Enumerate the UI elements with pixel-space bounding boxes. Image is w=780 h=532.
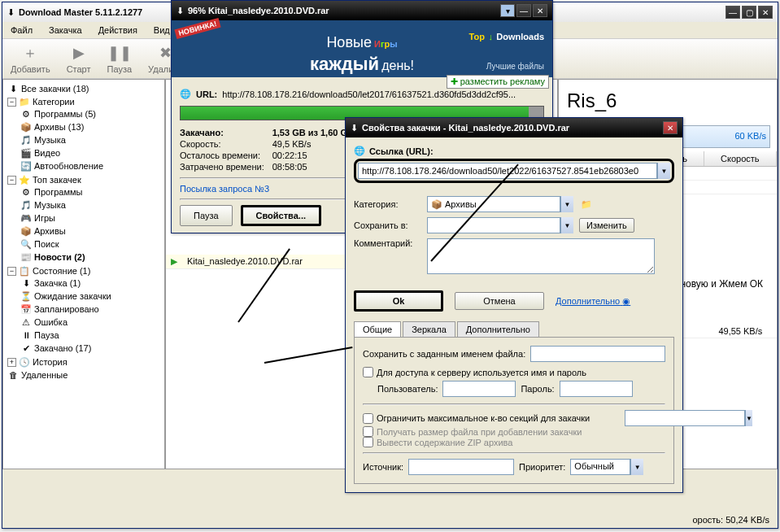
maximize-button[interactable]: ▢ (742, 6, 756, 19)
tree-t-search[interactable]: Поиск (34, 239, 59, 249)
tree-archives[interactable]: Архивы (13) (34, 122, 84, 132)
folder-icon[interactable]: 📁 (581, 199, 592, 209)
priority-select[interactable]: Обычный ▼ (570, 459, 643, 475)
tab-general[interactable]: Общие (354, 321, 401, 337)
pass-label: Пароль: (521, 384, 554, 394)
tree-s-error[interactable]: Ошибка (34, 317, 68, 327)
add-button[interactable]: ＋Добавить (7, 41, 54, 76)
timeleft-label: Осталось времени: (180, 150, 272, 161)
collapse-icon[interactable]: − (7, 176, 16, 185)
ad-place-button[interactable]: ✚ разместить рекламу (447, 75, 549, 89)
pause-button[interactable]: Пауза (180, 205, 233, 226)
extra-button[interactable]: ▾ (500, 4, 515, 17)
tree-deleted[interactable]: Удаленные (21, 370, 68, 380)
close-button[interactable]: ✕ (663, 121, 678, 134)
savename-field[interactable] (530, 346, 665, 362)
tree-t-news[interactable]: Новости (2) (34, 252, 85, 262)
more-link[interactable]: Дополнительно ◉ (556, 296, 630, 307)
tree-categories[interactable]: Категории (33, 97, 75, 107)
category-select[interactable]: 📦Архивы ▼ (427, 196, 573, 212)
tree-s-done[interactable]: Закачано (17) (34, 343, 91, 353)
ok-button[interactable]: Ok (354, 290, 443, 312)
waiting-icon: ⏳ (20, 290, 32, 302)
tree-s-downloading[interactable]: Закачка (1) (34, 278, 81, 288)
tree-s-waiting[interactable]: Ожидание закачки (34, 291, 111, 301)
savein-label: Сохранить в: (354, 217, 427, 233)
tab-advanced[interactable]: Дополнительно (457, 321, 539, 337)
auth-checkbox[interactable]: Для доступа к серверу используется имя и… (363, 367, 665, 377)
start-button[interactable]: ▶Старт (63, 41, 94, 76)
limit-checkbox[interactable]: Ограничить максимальное к-во секций для … (363, 413, 621, 424)
url-input[interactable]: ▼ (358, 163, 670, 179)
download-icon: ⬇ (7, 83, 19, 94)
error-icon: ⚠ (20, 316, 32, 328)
change-button[interactable]: Изменить (579, 218, 634, 233)
gear-icon: ⚙ (20, 108, 32, 120)
tree-t-programs[interactable]: Программы (34, 187, 82, 197)
tree-s-planned[interactable]: Запланировано (34, 304, 99, 314)
filename-cell: Kitai_nasledye.2010.DVD.rar (182, 255, 307, 268)
menu-actions[interactable]: Действия (94, 24, 142, 37)
menu-file[interactable]: Файл (6, 24, 37, 37)
cancel-button[interactable]: Отмена (455, 292, 544, 310)
pause-button[interactable]: ❚❚Пауза (104, 41, 136, 76)
trash-icon: 🗑 (7, 369, 19, 381)
collapse-icon[interactable]: − (7, 267, 16, 276)
progress-titlebar[interactable]: ⬇ 96% Kitai_nasledye.2010.DVD.rar ▾ — ✕ (172, 1, 552, 20)
tree-music[interactable]: Музыка (34, 135, 66, 145)
tree-top[interactable]: Топ закачек (33, 175, 81, 185)
close-button[interactable]: ✕ (533, 4, 547, 17)
star-icon: ⭐ (19, 174, 30, 185)
tree-t-games[interactable]: Игры (34, 213, 55, 223)
category-tree[interactable]: ⬇Все закачки (18) −📁Категории ⚙Программы… (2, 79, 165, 469)
category-label: Категория: (354, 196, 427, 212)
menu-download[interactable]: Закачка (44, 24, 87, 37)
tree-all[interactable]: Все закачки (18) (21, 84, 89, 94)
downloading-icon: ⬇ (20, 277, 32, 289)
banner-top: Top (469, 32, 485, 41)
getsize-checkbox[interactable]: Получать размер файла при добавлении зак… (363, 426, 665, 437)
th-speed[interactable]: Скорость (704, 151, 777, 166)
user-field[interactable] (442, 381, 516, 397)
tree-s-pause[interactable]: Пауза (34, 330, 59, 340)
tree-state[interactable]: Состояние (1) (33, 266, 90, 276)
tree-history[interactable]: История (33, 357, 68, 367)
close-button[interactable]: ✕ (758, 6, 773, 19)
chevron-down-icon[interactable]: ▼ (560, 217, 573, 233)
chevron-down-icon[interactable]: ▼ (560, 196, 573, 212)
tree-autoupdate[interactable]: Автообновление (34, 161, 103, 171)
pass-field[interactable] (560, 381, 633, 397)
chevron-down-icon[interactable]: ▼ (745, 410, 752, 426)
music-icon: 🎵 (20, 134, 32, 146)
comment-field[interactable] (427, 238, 655, 274)
url-label: URL: (196, 89, 217, 99)
tree-t-music[interactable]: Музыка (34, 200, 66, 210)
novinka-badge: НОВИНКА! (174, 18, 220, 39)
zip-checkbox[interactable]: Вывести содержание ZIP архива (363, 437, 665, 447)
minimize-button[interactable]: — (516, 4, 531, 17)
minimize-button[interactable]: — (726, 6, 740, 19)
chevron-down-icon[interactable]: ▼ (630, 459, 643, 475)
properties-button[interactable]: Свойства... (241, 205, 321, 226)
collapse-icon[interactable]: − (7, 98, 16, 107)
tab-mirrors[interactable]: Зеркала (403, 321, 455, 337)
archive-icon: 📦 (431, 199, 442, 210)
savein-field[interactable] (427, 217, 560, 233)
tree-t-archives[interactable]: Архивы (34, 226, 66, 236)
source-field[interactable] (408, 459, 514, 475)
props-titlebar[interactable]: ⬇ Свойства закачки - Kitai_nasledye.2010… (346, 118, 682, 137)
expand-icon[interactable]: + (7, 358, 16, 367)
tree-video[interactable]: Видео (34, 148, 60, 158)
downloaded-value: 1,53 GB из 1,60 GB (272, 128, 354, 137)
ad-banner[interactable]: НОВИНКА! Новые Игры каждый день! Top ↓ D… (172, 20, 552, 77)
tree-programs[interactable]: Программы (5) (34, 109, 96, 119)
chevron-down-icon[interactable]: ▼ (657, 163, 670, 179)
td-speed: 49,55 KB/s (704, 325, 777, 338)
globe-icon: 🌐 (180, 89, 191, 99)
archive-icon: 📦 (20, 225, 32, 237)
user-label: Пользователь: (377, 384, 438, 394)
planned-icon: 📅 (20, 303, 32, 315)
savein-select[interactable]: ▼ (427, 217, 573, 233)
update-icon: 🔄 (20, 160, 32, 172)
sections-select[interactable]: ▼ (625, 410, 665, 426)
